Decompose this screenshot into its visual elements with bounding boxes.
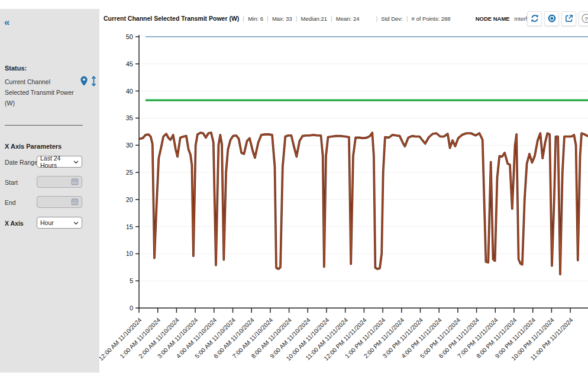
status-value-line: Current Channel [5,76,77,87]
svg-text:20: 20 [126,196,133,203]
end-label: End [5,199,16,206]
export-icon [564,14,574,24]
svg-text:?: ? [584,15,587,21]
x-axis-parameters-heading: X Axis Parameters [5,143,62,150]
date-range-value: Last 24 Hours [40,155,73,169]
eye-icon [547,14,557,24]
status-label: Status: [5,65,27,72]
status-value: Current Channel Selected Transmit Power … [5,76,77,108]
svg-text:40: 40 [126,88,133,95]
chart-title: Current Channel Selected Transmit Power … [104,15,239,22]
export-button[interactable] [561,11,576,26]
stat-min: Min: 6 [248,15,263,22]
svg-text:50: 50 [126,33,133,40]
stat-median: Median:21 [301,15,327,22]
start-date-input[interactable] [37,176,82,188]
start-label: Start [5,179,18,186]
end-date-input[interactable] [37,196,82,208]
stat-num-points: # of Points: 288 [412,15,451,22]
svg-text:0: 0 [130,304,133,312]
app-window: « Status: Current Channel Selected Trans… [0,0,588,385]
status-value-line: (W) [5,98,77,108]
stat-mean: Mean: 24 [336,15,360,22]
date-range-select[interactable]: Last 24 Hours [37,156,82,168]
collapse-sidebar-icon[interactable]: « [4,17,9,27]
separator: | [243,15,244,22]
vertical-resize-icon[interactable] [91,76,97,89]
date-range-label: Date Range [5,159,38,166]
status-value-line: Selected Transmit Power [5,87,77,98]
stat-max: Max: 33 [272,15,292,22]
x-axis-value: Hour [40,219,54,226]
location-pin-icon[interactable] [80,76,88,89]
svg-text:5: 5 [130,277,133,284]
refresh-button[interactable] [527,11,542,26]
x-axis-select[interactable]: Hour [37,217,82,229]
watch-button[interactable] [544,11,559,26]
chevron-down-icon [73,158,79,165]
separator: | [296,15,298,22]
stat-std-dev: Std Dev: [381,15,402,22]
x-axis-label: X Axis [5,220,24,227]
help-icon: ? [581,13,588,25]
separator: | [406,15,408,22]
chevron-down-icon [73,219,79,226]
svg-text:45: 45 [126,60,133,68]
calendar-icon[interactable] [71,178,79,187]
sidebar: « Status: Current Channel Selected Trans… [0,9,99,373]
sidebar-divider [5,125,83,126]
svg-text:35: 35 [126,114,133,121]
separator: | [267,15,269,22]
svg-text:30: 30 [126,142,133,149]
refresh-icon [530,14,539,24]
help-button[interactable]: ? [579,11,588,26]
calendar-icon[interactable] [71,198,79,207]
chart-header: Current Channel Selected Transmit Power … [99,9,588,28]
header-icon-buttons: ? [527,11,588,26]
node-name-label: NODE NAME [476,15,510,22]
svg-text:15: 15 [126,223,133,230]
svg-text:25: 25 [126,169,133,176]
transmit-power-chart[interactable]: 0510152025303540455012:00 AM 11/10/20241… [99,28,588,385]
separator: | [331,15,332,22]
separator: | [376,15,377,22]
svg-text:10: 10 [126,250,133,257]
